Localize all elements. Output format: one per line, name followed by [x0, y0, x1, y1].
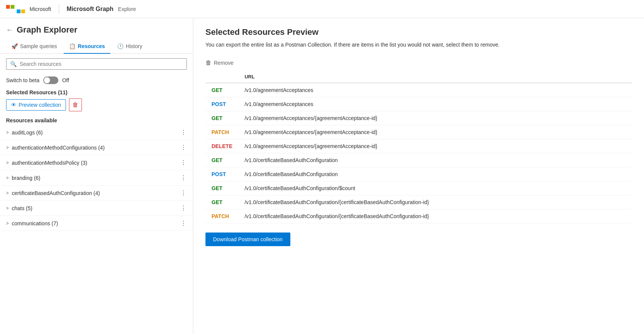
graph-explorer-header: ← Graph Explorer [0, 18, 193, 39]
chevron-right-icon: > [6, 175, 9, 181]
right-panel: Selected Resources Preview You can expor… [193, 18, 644, 334]
table-row[interactable]: PATCH /v1.0/certificateBasedAuthConfigur… [205, 209, 632, 223]
more-options-icon[interactable]: ⋮ [180, 144, 187, 151]
resource-item-left: > certificateBasedAuthConfiguration (4) [6, 190, 100, 196]
trash-icon: 🗑 [72, 101, 78, 108]
search-icon: 🔍 [10, 61, 17, 67]
chevron-right-icon: > [6, 160, 9, 165]
resource-name: auditLogs (6) [12, 130, 43, 136]
url-cell: /v1.0/certificateBasedAuthConfiguration/… [238, 195, 632, 209]
method-cell: DELETE [205, 139, 238, 153]
url-cell: /v1.0/certificateBasedAuthConfiguration/… [238, 181, 632, 195]
explorer-tab[interactable]: Explore [118, 6, 136, 12]
sample-queries-icon: 🚀 [11, 43, 18, 49]
more-options-icon[interactable]: ⋮ [180, 189, 187, 197]
beta-toggle[interactable] [43, 76, 58, 84]
resource-item-left: > branding (6) [6, 175, 41, 181]
remove-label[interactable]: Remove [214, 60, 233, 66]
tab-resources[interactable]: 📋 Resources [64, 39, 110, 54]
sidebar-collapse-icon[interactable]: ← [6, 26, 13, 34]
chevron-right-icon: > [6, 145, 9, 150]
col-method-header [205, 71, 238, 83]
tab-sample-queries[interactable]: 🚀 Sample queries [6, 39, 62, 54]
resources-available-label: Resources available [0, 115, 193, 125]
method-cell: GET [205, 181, 238, 195]
table-row[interactable]: PATCH /v1.0/agreementAcceptances/{agreem… [205, 125, 632, 139]
more-options-icon[interactable]: ⋮ [180, 220, 187, 227]
url-cell: /v1.0/agreementAcceptances/{agreementAcc… [238, 139, 632, 153]
list-item[interactable]: > communications (7) ⋮ [0, 216, 193, 231]
chevron-right-icon: > [6, 206, 9, 211]
toggle-knob [44, 77, 50, 83]
resource-name: certificateBasedAuthConfiguration (4) [12, 190, 100, 196]
download-postman-button[interactable]: Download Postman collection [205, 233, 290, 246]
table-row[interactable]: DELETE /v1.0/agreementAcceptances/{agree… [205, 139, 632, 153]
url-cell: /v1.0/certificateBasedAuthConfiguration [238, 153, 632, 167]
sidebar: ← Graph Explorer 🚀 Sample queries 📋 Reso… [0, 18, 193, 334]
method-cell: PATCH [205, 125, 238, 139]
resource-item-left: > auditLogs (6) [6, 130, 43, 136]
more-options-icon[interactable]: ⋮ [180, 129, 187, 136]
tab-sample-queries-label: Sample queries [20, 43, 57, 49]
resource-name: communications (7) [12, 220, 58, 226]
list-item[interactable]: > authenticationMethodConfigurations (4)… [0, 140, 193, 155]
http-method: GET [212, 185, 223, 191]
delete-selected-button[interactable]: 🗑 [69, 98, 82, 111]
ms-logo-blue [17, 9, 20, 13]
tab-history[interactable]: 🕐 History [112, 39, 148, 54]
table-row[interactable]: POST /v1.0/agreementAcceptances [205, 97, 632, 111]
http-method: GET [212, 87, 223, 93]
table-row[interactable]: GET /v1.0/certificateBasedAuthConfigurat… [205, 195, 632, 209]
http-method: PATCH [212, 213, 229, 219]
resource-name: branding (6) [12, 175, 41, 181]
url-cell: /v1.0/agreementAcceptances [238, 83, 632, 97]
preview-collection-button[interactable]: 👁 Preview collection [6, 99, 66, 111]
list-item[interactable]: > certificateBasedAuthConfiguration (4) … [0, 186, 193, 201]
ms-logo-green [11, 5, 14, 9]
table-row[interactable]: GET /v1.0/agreementAcceptances [205, 83, 632, 97]
method-cell: POST [205, 167, 238, 181]
http-method: GET [212, 199, 223, 205]
col-url-header: URL [238, 71, 632, 83]
list-item[interactable]: > authenticationMethodsPolicy (3) ⋮ [0, 155, 193, 170]
url-cell: /v1.0/agreementAcceptances [238, 97, 632, 111]
brand-name: Microsoft Graph [67, 6, 114, 12]
more-options-icon[interactable]: ⋮ [180, 174, 187, 181]
method-cell: POST [205, 97, 238, 111]
url-cell: /v1.0/certificateBasedAuthConfiguration [238, 167, 632, 181]
method-cell: PATCH [205, 209, 238, 223]
remove-icon: 🗑 [205, 59, 212, 66]
preview-btn-label: Preview collection [19, 102, 61, 108]
table-row[interactable]: GET /v1.0/agreementAcceptances/{agreemen… [205, 111, 632, 125]
list-item[interactable]: > branding (6) ⋮ [0, 170, 193, 186]
chevron-right-icon: > [6, 221, 9, 226]
list-item[interactable]: > auditLogs (6) ⋮ [0, 125, 193, 140]
table-row[interactable]: POST /v1.0/certificateBasedAuthConfigura… [205, 167, 632, 181]
tab-bar: 🚀 Sample queries 📋 Resources 🕐 History [0, 39, 193, 54]
selected-resources-label: Selected Resources (11) [0, 88, 193, 98]
more-options-icon[interactable]: ⋮ [180, 159, 187, 166]
search-bar: 🔍 [6, 58, 187, 70]
url-cell: /v1.0/agreementAcceptances/{agreementAcc… [238, 125, 632, 139]
list-item[interactable]: > chats (5) ⋮ [0, 201, 193, 216]
ms-logo-red [6, 5, 10, 9]
preview-icon: 👁 [11, 102, 16, 108]
more-options-icon[interactable]: ⋮ [180, 204, 187, 212]
http-method: GET [212, 115, 223, 121]
chevron-right-icon: > [6, 130, 9, 135]
resource-name: authenticationMethodConfigurations (4) [12, 145, 105, 151]
http-method: POST [212, 101, 226, 107]
resources-table: URL GET /v1.0/agreementAcceptances POST … [205, 71, 632, 223]
preview-row: 👁 Preview collection 🗑 [0, 98, 193, 115]
url-cell: /v1.0/agreementAcceptances/{agreementAcc… [238, 111, 632, 125]
table-row[interactable]: GET /v1.0/certificateBasedAuthConfigurat… [205, 153, 632, 167]
resource-item-left: > chats (5) [6, 205, 32, 211]
table-row[interactable]: GET /v1.0/certificateBasedAuthConfigurat… [205, 181, 632, 195]
method-cell: GET [205, 83, 238, 97]
switch-label: Switch to beta [6, 77, 39, 83]
http-method: POST [212, 171, 226, 177]
resource-name: chats (5) [12, 205, 32, 211]
panel-title: Selected Resources Preview [205, 27, 632, 37]
search-input[interactable] [20, 61, 183, 67]
top-divider [59, 5, 59, 14]
